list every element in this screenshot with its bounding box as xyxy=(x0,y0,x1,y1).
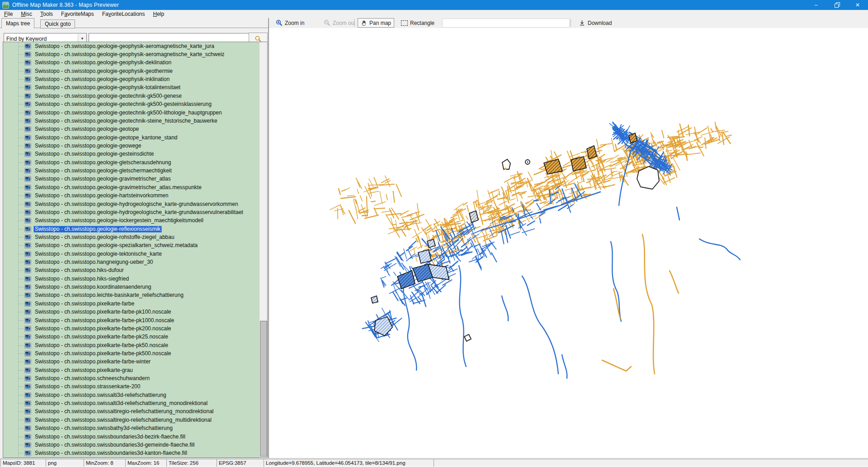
tree-item[interactable]: Swisstopo - ch.swisstopo.strassenkarte-2… xyxy=(3,383,259,391)
rectangle-button[interactable]: Rectangle xyxy=(401,18,434,28)
tree-item-label: Swisstopo - ch.swisstopo.pixelkarte-farb… xyxy=(33,342,170,349)
tree-item[interactable]: Swisstopo - ch.swisstopo.geologie-geophy… xyxy=(3,59,259,67)
tree-item[interactable]: Swisstopo - ch.swisstopo.geologie-gravim… xyxy=(3,183,259,191)
tab-quick-goto[interactable]: Quick goto xyxy=(40,19,75,29)
tree-scrollbar-thumb[interactable] xyxy=(260,321,267,457)
menu-help[interactable]: Help xyxy=(149,10,169,18)
tree-item[interactable]: Swisstopo - ch.swisstopo.hiks-dufour xyxy=(3,267,259,275)
tree-item[interactable]: Swisstopo - ch.swisstopo.swissalti3d-rel… xyxy=(3,399,259,407)
tree-item[interactable]: Swisstopo - ch.swisstopo.pixelkarte-farb… xyxy=(3,349,259,357)
tree-connector xyxy=(19,329,24,329)
menu-tools[interactable]: Tools xyxy=(36,10,57,18)
tree-item[interactable]: Swisstopo - ch.swisstopo.koordinatenaend… xyxy=(3,283,259,291)
tree-item[interactable]: Swisstopo - ch.swisstopo.pixelkarte-farb… xyxy=(3,300,259,308)
tree-item[interactable]: Swisstopo - ch.swisstopo.swissaltiregio-… xyxy=(3,408,259,416)
zoom-out-button[interactable]: Zoom out xyxy=(324,18,356,28)
map-layer-icon xyxy=(24,160,31,166)
tree-item[interactable]: Swisstopo - ch.swisstopo.swissboundaries… xyxy=(3,433,259,441)
tree-scrollbar[interactable] xyxy=(259,42,267,457)
tree-connector xyxy=(19,46,24,47)
tree-item[interactable]: Swisstopo - ch.swisstopo.hangneigung-ueb… xyxy=(3,258,259,266)
tree-item[interactable]: Swisstopo - ch.swisstopo.pixelkarte-farb… xyxy=(3,341,259,349)
restore-button[interactable] xyxy=(826,0,847,10)
tree-item-label: Swisstopo - ch.swisstopo.pixelkarte-grau xyxy=(33,367,134,374)
tree-item[interactable]: Swisstopo - ch.swisstopo.geologie-geophy… xyxy=(3,42,259,50)
tree-item-label: Swisstopo - ch.swisstopo.geologie-geophy… xyxy=(33,51,226,58)
tree-connector xyxy=(19,370,24,371)
tree-item[interactable]: Swisstopo - ch.swisstopo.geologie-geophy… xyxy=(3,84,259,92)
tree-connector xyxy=(19,395,24,396)
status-panel-2: MinZoom: 8 xyxy=(84,459,127,467)
map-layer-icon xyxy=(24,234,31,240)
download-button[interactable]: Download xyxy=(579,18,612,28)
tree-item[interactable]: Swisstopo - ch.swisstopo.swissbathy3d-re… xyxy=(3,424,259,433)
tree-item[interactable]: Swisstopo - ch.swisstopo.geologie-hydrog… xyxy=(3,200,259,208)
map-layer-icon xyxy=(24,110,31,116)
download-label: Download xyxy=(588,20,612,26)
tree-item[interactable]: Swisstopo - ch.swisstopo.geologie-geotec… xyxy=(3,92,259,100)
menu-bar: FileMiscToolsFavoriteMapsFavoriteLocatio… xyxy=(0,10,868,19)
tree-item-label: Swisstopo - ch.swisstopo.geologie-geophy… xyxy=(33,43,216,50)
tree-item[interactable]: Swisstopo - ch.swisstopo.leichte-basiska… xyxy=(3,291,259,300)
tree-item[interactable]: Swisstopo - ch.swisstopo.geologie-geotop… xyxy=(3,125,259,133)
tree-item-label: Swisstopo - ch.swisstopo.geologie-geoweg… xyxy=(33,143,142,149)
zoom-in-button[interactable]: Zoom in xyxy=(276,18,304,28)
tree-item[interactable]: Swisstopo - ch.swisstopo.swissaltiregio-… xyxy=(3,416,259,424)
tree-item-label: Swisstopo - ch.swisstopo.swissboundaries… xyxy=(33,434,187,440)
close-button[interactable]: ✕ xyxy=(847,0,868,10)
tree-item[interactable]: Swisstopo - ch.swisstopo.swissalti3d-rel… xyxy=(3,391,259,399)
tree-item[interactable]: Swisstopo - ch.swisstopo.swissboundaries… xyxy=(3,441,259,449)
tree-item[interactable]: Swisstopo - ch.swisstopo.geologie-gestei… xyxy=(3,150,259,158)
tree-item-label: Swisstopo - ch.swisstopo.pixelkarte-farb… xyxy=(33,317,175,324)
tree-item[interactable]: Swisstopo - ch.swisstopo.geologie-geophy… xyxy=(3,67,259,75)
menu-favoritelocations[interactable]: FavoriteLocations xyxy=(98,10,149,18)
tree-item-label: Swisstopo - ch.swisstopo.leichte-basiska… xyxy=(33,292,185,299)
tree-item[interactable]: Swisstopo - ch.swisstopo.geologie-gletsc… xyxy=(3,158,259,167)
tree-item-label: Swisstopo - ch.swisstopo.geologie-hartst… xyxy=(33,192,170,199)
map-layer-icon xyxy=(24,276,31,282)
tree-item[interactable]: Swisstopo - ch.swisstopo.geologie-geophy… xyxy=(3,75,259,83)
tree-item[interactable]: Swisstopo - ch.swisstopo.geologie-spezia… xyxy=(3,242,259,250)
tree-item[interactable]: Swisstopo - ch.swisstopo.geologie-locker… xyxy=(3,217,259,225)
tree-item-label: Swisstopo - ch.swisstopo.hangneigung-ueb… xyxy=(33,259,155,266)
map-layer-icon xyxy=(24,400,31,406)
tree-item[interactable]: Swisstopo - ch.swisstopo.pixelkarte-farb… xyxy=(3,358,259,366)
map-layer-icon xyxy=(24,326,31,332)
tree-item[interactable]: Swisstopo - ch.swisstopo.swissboundaries… xyxy=(3,449,259,457)
tree-item[interactable]: Swisstopo - ch.swisstopo.geologie-tekton… xyxy=(3,250,259,258)
tree-connector xyxy=(19,237,24,238)
tab-maps-tree[interactable]: Maps tree xyxy=(1,18,34,29)
tree-item[interactable]: Swisstopo - ch.swisstopo.geologie-geotop… xyxy=(3,133,259,142)
tree-item[interactable]: Swisstopo - ch.swisstopo.pixelkarte-farb… xyxy=(3,316,259,324)
tree-item[interactable]: Swisstopo - ch.swisstopo.pixelkarte-farb… xyxy=(3,324,259,333)
map-viewport[interactable] xyxy=(269,28,868,458)
map-layer-icon xyxy=(24,267,31,273)
menu-file[interactable]: File xyxy=(0,10,17,18)
tree-item[interactable]: Swisstopo - ch.swisstopo.pixelkarte-farb… xyxy=(3,333,259,341)
tree-item[interactable]: Swisstopo - ch.swisstopo.geologie-reflex… xyxy=(3,225,259,233)
tree-item[interactable]: Swisstopo - ch.swisstopo.geologie-gravim… xyxy=(3,175,259,183)
menu-favoritemaps[interactable]: FavoriteMaps xyxy=(57,10,98,18)
tree-item-label: Swisstopo - ch.swisstopo.geologie-spezia… xyxy=(33,242,199,249)
tree-item[interactable]: Swisstopo - ch.swisstopo.geologie-geotec… xyxy=(3,117,259,125)
tree-item[interactable]: Swisstopo - ch.swisstopo.pixelkarte-grau xyxy=(3,366,259,374)
tree-connector xyxy=(19,254,24,254)
tree-item[interactable]: Swisstopo - ch.swisstopo.geologie-geophy… xyxy=(3,50,259,58)
tree-item[interactable]: Swisstopo - ch.swisstopo.schneeschuhwand… xyxy=(3,374,259,382)
tree-item[interactable]: Swisstopo - ch.swisstopo.geologie-geotec… xyxy=(3,109,259,117)
tree-item[interactable]: Swisstopo - ch.swisstopo.pixelkarte-farb… xyxy=(3,308,259,316)
tree-item[interactable]: Swisstopo - ch.swisstopo.geologie-gletsc… xyxy=(3,167,259,175)
tree-item-label: Swisstopo - ch.swisstopo.geologie-geotop… xyxy=(33,134,179,141)
tree-item[interactable]: Swisstopo - ch.swisstopo.geologie-hydrog… xyxy=(3,208,259,216)
tree-item-label: Swisstopo - ch.swisstopo.geologie-reflex… xyxy=(33,226,162,233)
tree-item[interactable]: Swisstopo - ch.swisstopo.geologie-geoweg… xyxy=(3,142,259,150)
tree-item[interactable]: Swisstopo - ch.swisstopo.geologie-rohsto… xyxy=(3,233,259,241)
tree-item[interactable]: Swisstopo - ch.swisstopo.hiks-siegfried xyxy=(3,275,259,283)
toolbar-input[interactable] xyxy=(442,19,570,28)
tree-item[interactable]: Swisstopo - ch.swisstopo.geologie-geotec… xyxy=(3,100,259,109)
minimize-button[interactable]: – xyxy=(806,0,826,10)
tree-item[interactable]: Swisstopo - ch.swisstopo.geologie-hartst… xyxy=(3,191,259,200)
pan-map-button[interactable]: Pan map xyxy=(358,18,394,28)
map-layer-icon xyxy=(24,193,31,199)
menu-misc[interactable]: Misc xyxy=(17,10,36,18)
